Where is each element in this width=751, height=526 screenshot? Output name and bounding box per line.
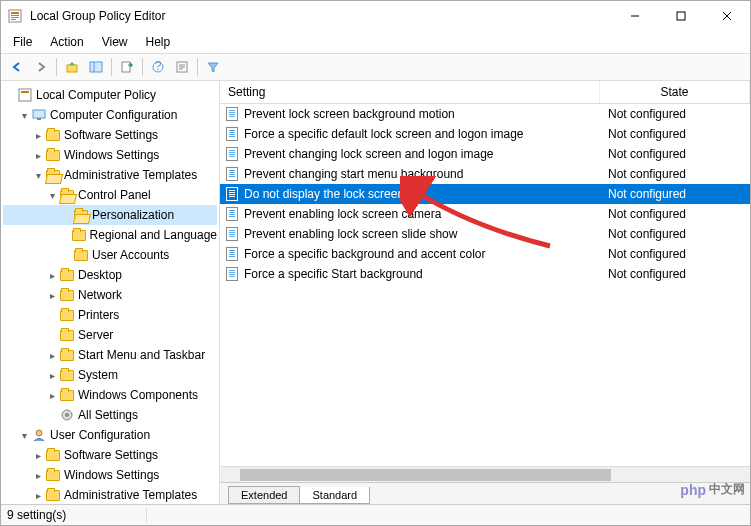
- list-row[interactable]: Prevent enabling lock screen slide showN…: [220, 224, 750, 244]
- tree-label: Windows Components: [78, 388, 198, 402]
- tree-computer-config[interactable]: ▾ Computer Configuration: [3, 105, 217, 125]
- menu-view[interactable]: View: [94, 33, 136, 51]
- twisty-icon[interactable]: ▸: [31, 490, 45, 501]
- tree-u-windows-settings[interactable]: ▸ Windows Settings: [3, 465, 217, 485]
- list-row[interactable]: Do not display the lock screenNot config…: [220, 184, 750, 204]
- svg-rect-2: [11, 15, 19, 16]
- folder-icon: [73, 207, 89, 223]
- forward-button[interactable]: [29, 56, 53, 78]
- tree-personalization[interactable]: ▸ Personalization: [3, 205, 217, 225]
- menu-file[interactable]: File: [5, 33, 40, 51]
- twisty-icon[interactable]: ▸: [45, 350, 59, 361]
- column-setting[interactable]: Setting: [220, 81, 600, 103]
- twisty-icon[interactable]: ▸: [45, 270, 59, 281]
- list-row[interactable]: Force a specific default lock screen and…: [220, 124, 750, 144]
- title-bar: Local Group Policy Editor: [1, 1, 750, 31]
- tree-label: Server: [78, 328, 113, 342]
- twisty-icon[interactable]: ▾: [45, 190, 59, 201]
- tree-network[interactable]: ▸ Network: [3, 285, 217, 305]
- tree-server[interactable]: ▸ Server: [3, 325, 217, 345]
- tree-user-config[interactable]: ▾ User Configuration: [3, 425, 217, 445]
- horizontal-scrollbar[interactable]: [220, 466, 750, 482]
- properties-button[interactable]: [170, 56, 194, 78]
- tree-label: Computer Configuration: [50, 108, 177, 122]
- row-setting: Prevent enabling lock screen camera: [244, 207, 600, 221]
- tree-user-accounts[interactable]: ▸ User Accounts: [3, 245, 217, 265]
- tree-windows-components[interactable]: ▸ Windows Components: [3, 385, 217, 405]
- tree-label: Windows Settings: [64, 148, 159, 162]
- tree-pane[interactable]: ▶ Local Computer Policy ▾ Computer Confi…: [1, 81, 220, 504]
- tree-label: Administrative Templates: [64, 488, 197, 502]
- tree-desktop[interactable]: ▸ Desktop: [3, 265, 217, 285]
- watermark-brand: php: [680, 482, 706, 498]
- folder-icon: [59, 367, 75, 383]
- twisty-icon[interactable]: ▸: [31, 130, 45, 141]
- maximize-button[interactable]: [658, 1, 704, 31]
- toolbar-separator: [142, 58, 143, 76]
- row-state: Not configured: [600, 147, 750, 161]
- list-header: Setting State: [220, 81, 750, 104]
- show-hide-tree-button[interactable]: [84, 56, 108, 78]
- export-list-button[interactable]: [115, 56, 139, 78]
- folder-icon: [59, 327, 75, 343]
- folder-icon: [59, 187, 75, 203]
- list-row[interactable]: Prevent enabling lock screen cameraNot c…: [220, 204, 750, 224]
- tree-control-panel[interactable]: ▾ Control Panel: [3, 185, 217, 205]
- menu-action[interactable]: Action: [42, 33, 91, 51]
- tree-software-settings[interactable]: ▸ Software Settings: [3, 125, 217, 145]
- list-row[interactable]: Prevent changing lock screen and logon i…: [220, 144, 750, 164]
- twisty-icon[interactable]: ▸: [45, 390, 59, 401]
- twisty-icon[interactable]: ▾: [17, 430, 31, 441]
- close-button[interactable]: [704, 1, 750, 31]
- folder-icon: [45, 447, 61, 463]
- policy-item-icon: [224, 166, 240, 182]
- row-setting: Prevent changing lock screen and logon i…: [244, 147, 600, 161]
- svg-rect-10: [90, 62, 102, 72]
- list-row[interactable]: Force a specific background and accent c…: [220, 244, 750, 264]
- help-button[interactable]: ?: [146, 56, 170, 78]
- folder-icon: [59, 287, 75, 303]
- row-state: Not configured: [600, 187, 750, 201]
- twisty-icon[interactable]: ▾: [31, 170, 45, 181]
- tab-standard[interactable]: Standard: [299, 487, 370, 504]
- content-area: ▶ Local Computer Policy ▾ Computer Confi…: [1, 81, 750, 504]
- tree-start-menu-taskbar[interactable]: ▸ Start Menu and Taskbar: [3, 345, 217, 365]
- tree-root[interactable]: ▶ Local Computer Policy: [3, 85, 217, 105]
- twisty-icon[interactable]: ▸: [45, 290, 59, 301]
- menu-help[interactable]: Help: [138, 33, 179, 51]
- up-button[interactable]: [60, 56, 84, 78]
- tree-regional-language[interactable]: ▸ Regional and Language: [3, 225, 217, 245]
- tree-admin-templates[interactable]: ▾ Administrative Templates: [3, 165, 217, 185]
- tree-label: Desktop: [78, 268, 122, 282]
- twisty-icon[interactable]: ▸: [31, 150, 45, 161]
- tree-system[interactable]: ▸ System: [3, 365, 217, 385]
- filter-button[interactable]: [201, 56, 225, 78]
- tree-u-admin-templates[interactable]: ▸ Administrative Templates: [3, 485, 217, 504]
- svg-rect-12: [122, 62, 130, 72]
- minimize-button[interactable]: [612, 1, 658, 31]
- twisty-icon[interactable]: ▸: [31, 470, 45, 481]
- tree-label: Windows Settings: [64, 468, 159, 482]
- tree-label: Control Panel: [78, 188, 151, 202]
- row-state: Not configured: [600, 127, 750, 141]
- row-setting: Prevent enabling lock screen slide show: [244, 227, 600, 241]
- twisty-icon[interactable]: ▸: [31, 450, 45, 461]
- tab-extended[interactable]: Extended: [228, 486, 300, 504]
- list-body[interactable]: Prevent lock screen background motionNot…: [220, 104, 750, 466]
- list-row[interactable]: Prevent changing start menu backgroundNo…: [220, 164, 750, 184]
- tree-all-settings[interactable]: ▸ All Settings: [3, 405, 217, 425]
- twisty-icon[interactable]: ▾: [17, 110, 31, 121]
- tree-printers[interactable]: ▸ Printers: [3, 305, 217, 325]
- column-state[interactable]: State: [600, 81, 750, 103]
- list-row[interactable]: Prevent lock screen background motionNot…: [220, 104, 750, 124]
- tree-windows-settings[interactable]: ▸ Windows Settings: [3, 145, 217, 165]
- tree-u-software-settings[interactable]: ▸ Software Settings: [3, 445, 217, 465]
- folder-icon: [72, 227, 87, 243]
- svg-rect-6: [677, 12, 685, 20]
- back-button[interactable]: [5, 56, 29, 78]
- list-row[interactable]: Force a specific Start backgroundNot con…: [220, 264, 750, 284]
- twisty-icon[interactable]: ▸: [45, 370, 59, 381]
- svg-point-24: [65, 413, 69, 417]
- svg-rect-9: [67, 65, 77, 72]
- toolbar-separator: [111, 58, 112, 76]
